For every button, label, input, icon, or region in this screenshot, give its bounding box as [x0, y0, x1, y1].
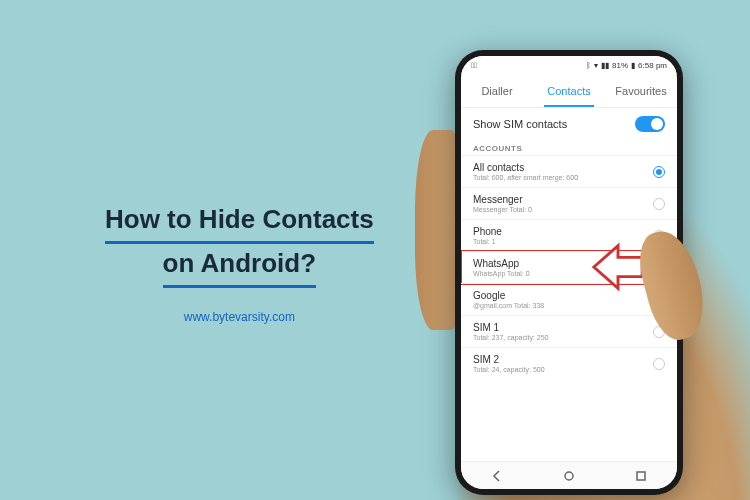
- account-name: Messenger: [473, 194, 653, 205]
- finger-left: [415, 130, 460, 330]
- nav-bar: [461, 461, 677, 489]
- account-name: Phone: [473, 226, 653, 237]
- nav-recent-icon[interactable]: [634, 469, 648, 483]
- nav-home-icon[interactable]: [562, 469, 576, 483]
- svg-rect-1: [637, 472, 645, 480]
- account-name: SIM 1: [473, 322, 653, 333]
- account-sub: @gmail.com Total: 338: [473, 302, 653, 309]
- tab-bar: Dialler Contacts Favourites: [461, 74, 677, 108]
- account-row-all[interactable]: All contacts Total: 600, after smart mer…: [461, 155, 677, 187]
- account-sub: Total: 1: [473, 238, 653, 245]
- account-name: All contacts: [473, 162, 653, 173]
- show-sim-label: Show SIM contacts: [473, 118, 567, 130]
- status-time: 6:58 pm: [638, 61, 667, 70]
- radio[interactable]: [653, 198, 665, 210]
- account-row-sim2[interactable]: SIM 2 Total: 24, capacity: 500: [461, 347, 677, 379]
- show-sim-row[interactable]: Show SIM contacts: [461, 108, 677, 140]
- tab-contacts[interactable]: Contacts: [533, 74, 605, 107]
- account-name: WhatsApp: [473, 258, 653, 269]
- radio[interactable]: [653, 358, 665, 370]
- status-bar: ◉⃠ ᛒ ▾ ▮▮ 81% ▮ 6:58 pm: [461, 56, 677, 74]
- wifi-icon: ▾: [594, 61, 598, 70]
- title-line-1: How to Hide Contacts: [105, 200, 374, 244]
- sim-toggle[interactable]: [635, 116, 665, 132]
- svg-point-0: [565, 472, 573, 480]
- article-title-block: How to Hide Contacts on Android? www.byt…: [105, 200, 374, 324]
- tab-favourites[interactable]: Favourites: [605, 74, 677, 107]
- account-sub: Total: 24, capacity: 500: [473, 366, 653, 373]
- battery-icon: ▮: [631, 61, 635, 70]
- account-sub: Total: 237, capacity: 250: [473, 334, 653, 341]
- signal-icon: ▮▮: [601, 61, 609, 70]
- accounts-header: ACCOUNTS: [461, 140, 677, 155]
- bluetooth-icon: ᛒ: [586, 61, 591, 70]
- radio-selected[interactable]: [653, 166, 665, 178]
- nav-back-icon[interactable]: [490, 469, 504, 483]
- account-sub: WhatsApp Total: 0: [473, 270, 653, 277]
- eye-off-icon: ◉⃠: [471, 61, 477, 70]
- account-sub: Total: 600, after smart merge: 600: [473, 174, 653, 181]
- account-name: SIM 2: [473, 354, 653, 365]
- account-name: Google: [473, 290, 653, 301]
- battery-percent: 81%: [612, 61, 628, 70]
- account-sub: Messenger Total: 0: [473, 206, 653, 213]
- hand-holding-phone: ◉⃠ ᛒ ▾ ▮▮ 81% ▮ 6:58 pm Dialler Contacts…: [380, 20, 720, 500]
- title-line-2: on Android?: [105, 244, 374, 288]
- account-row-sim1[interactable]: SIM 1 Total: 237, capacity: 250: [461, 315, 677, 347]
- tab-dialler[interactable]: Dialler: [461, 74, 533, 107]
- account-row-messenger[interactable]: Messenger Messenger Total: 0: [461, 187, 677, 219]
- website-url: www.bytevarsity.com: [105, 310, 374, 324]
